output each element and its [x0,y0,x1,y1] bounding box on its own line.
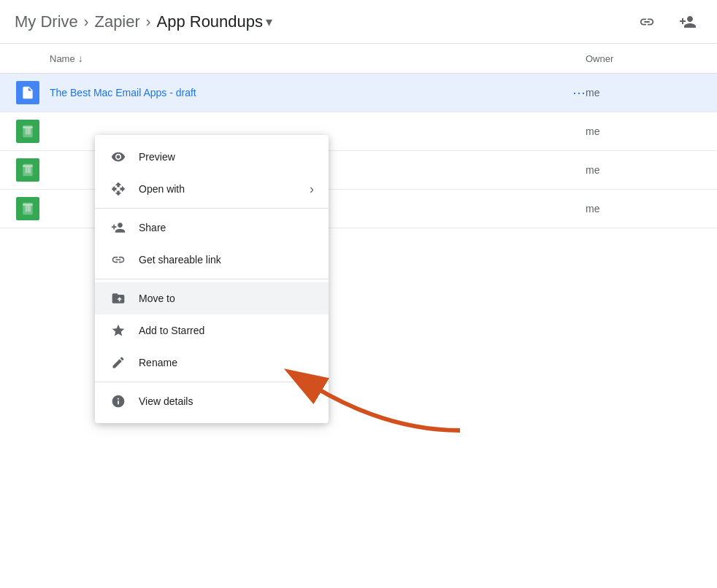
get-link-button[interactable] [632,7,662,36]
menu-add-starred-label: Add to Starred [139,325,314,336]
breadcrumb-zapier[interactable]: Zapier [94,12,139,31]
file-icon-wrap-3 [15,157,41,183]
header-actions [632,7,702,36]
file-owner-3: me [586,164,702,176]
col-name-header[interactable]: Name ↓ [50,53,586,64]
file-row-1[interactable]: The Best Mac Email Apps - draft ⋯ me [0,74,717,112]
add-starred-icon [110,322,127,339]
doc-icon-2 [16,120,39,143]
menu-item-move-to[interactable]: Move to [95,282,329,314]
file-owner-1: me [586,87,702,98]
breadcrumb: My Drive › Zapier › App Roundups ▾ [15,12,632,31]
menu-open-with-label: Open with [139,183,298,195]
breadcrumb-app-roundups-label: App Roundups [156,12,263,31]
menu-item-add-starred[interactable]: Add to Starred [95,314,329,347]
breadcrumb-app-roundups[interactable]: App Roundups ▾ [156,12,272,31]
file-list-header: Name ↓ Owner [0,44,717,74]
menu-rename-label: Rename [139,357,314,368]
open-with-icon [110,180,127,198]
view-details-icon [110,392,127,410]
share-icon [110,219,127,236]
doc-icon-4 [16,197,39,220]
menu-move-to-label: Move to [139,293,314,304]
rename-icon [110,354,127,371]
add-person-icon [679,13,697,31]
menu-item-preview[interactable]: Preview [95,141,329,173]
menu-item-share[interactable]: Share [95,212,329,244]
context-menu: Preview Open with › Share Get shareable … [95,135,329,423]
menu-share-label: Share [139,222,314,233]
get-link-icon [110,251,127,268]
file-icon-wrap-1 [15,80,41,106]
file-owner-2: me [586,125,702,137]
col-name-label: Name [50,53,75,64]
preview-icon [110,148,127,166]
doc-icon-1 [16,81,39,104]
breadcrumb-sep-1: › [84,13,89,30]
menu-view-details-label: View details [139,395,314,407]
doc-icon-3 [16,158,39,182]
breadcrumb-sep-2: › [146,13,151,30]
divider-3 [95,382,329,382]
file-owner-4: me [586,203,702,214]
menu-item-rename[interactable]: Rename [95,347,329,379]
sort-icon: ↓ [78,53,83,64]
breadcrumb-mydrive[interactable]: My Drive [15,12,78,31]
menu-preview-label: Preview [139,151,314,163]
file-name-1: The Best Mac Email Apps - draft [50,87,567,98]
menu-item-get-link[interactable]: Get shareable link [95,244,329,276]
move-to-icon [110,290,127,307]
file-icon-wrap-4 [15,196,41,222]
add-person-button[interactable] [673,7,702,36]
menu-get-link-label: Get shareable link [139,254,314,266]
divider-1 [95,208,329,209]
open-with-arrow: › [310,182,314,197]
col-owner-header[interactable]: Owner [586,53,702,64]
divider-2 [95,279,329,279]
menu-item-open-with[interactable]: Open with › [95,173,329,205]
file-icon-wrap-2 [15,118,41,144]
breadcrumb-dropdown-chevron: ▾ [266,14,272,30]
header: My Drive › Zapier › App Roundups ▾ [0,0,717,44]
link-icon [639,14,655,30]
menu-item-view-details[interactable]: View details [95,385,329,417]
file-more-1[interactable]: ⋯ [572,85,586,101]
